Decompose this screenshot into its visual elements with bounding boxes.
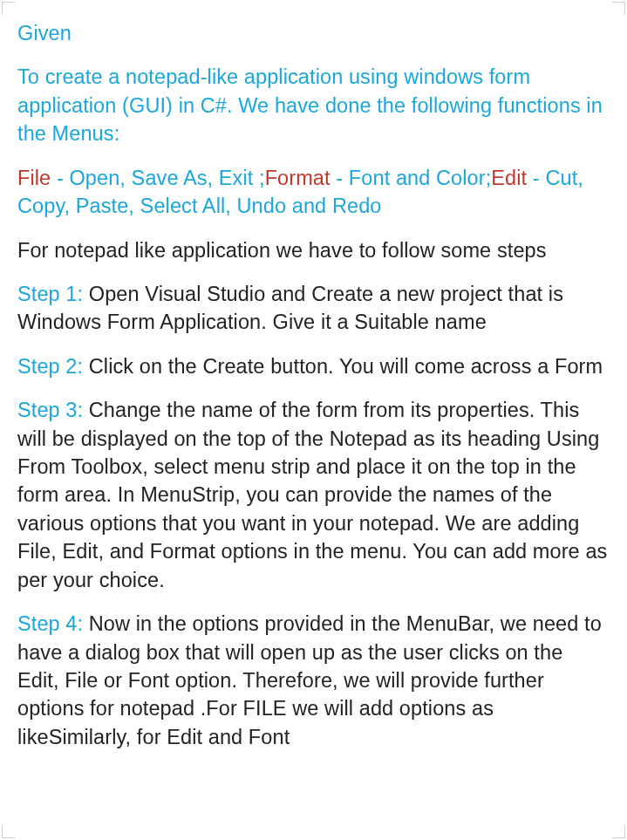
step-2-text: Click on the Create button. You will com… [83, 355, 603, 378]
step-4-label: Step 4: [17, 612, 83, 635]
menu-format-label: Format [265, 167, 331, 189]
step-1-text: Open Visual Studio and Create a new proj… [17, 283, 563, 333]
step-3-text: Change the name of the form from its pro… [17, 399, 607, 591]
step-1: Step 1: Open Visual Studio and Create a … [17, 280, 610, 337]
step-4-text: Now in the options provided in the MenuB… [17, 612, 602, 748]
menus-line: File - Open, Save As, Exit ;Format - Fon… [17, 164, 610, 221]
step-2: Step 2: Click on the Create button. You … [17, 352, 610, 380]
heading-given: Given [17, 19, 610, 47]
crop-corner-bl [2, 825, 15, 838]
menu-edit-label: Edit [491, 167, 527, 189]
step-3-label: Step 3: [17, 399, 83, 421]
menu-format-items: - Font and Color; [331, 167, 492, 189]
step-2-label: Step 2: [17, 355, 83, 378]
step-1-label: Step 1: [17, 283, 83, 305]
crop-corner-tr [612, 2, 625, 15]
crop-corner-br [612, 825, 625, 838]
menu-file-items: - Open, Save As, Exit ; [51, 167, 264, 189]
menu-file-label: File [17, 167, 51, 189]
step-4: Step 4: Now in the options provided in t… [17, 610, 610, 751]
step-3: Step 3: Change the name of the form from… [17, 396, 610, 594]
intro-paragraph: To create a notepad-like application usi… [17, 63, 610, 147]
note-line: For notepad like application we have to … [17, 236, 610, 264]
document-page: Given To create a notepad-like applicati… [0, 0, 627, 840]
crop-corner-tl [2, 2, 15, 15]
